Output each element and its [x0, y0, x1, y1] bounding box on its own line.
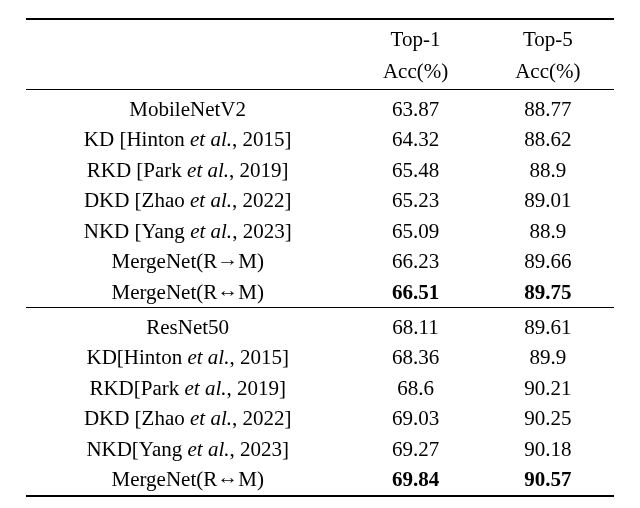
header-method-blank	[26, 19, 349, 56]
year-text: , 2015]	[232, 127, 292, 151]
header-row-1: Top-1 Top-5	[26, 19, 614, 56]
top5-cell: 90.25	[482, 403, 614, 433]
method-text: KD[Hinton	[86, 345, 187, 369]
method-cell: ResNet50	[26, 307, 349, 342]
top1-cell: 65.23	[349, 185, 481, 215]
top5-cell: 90.21	[482, 373, 614, 403]
top5-cell: 89.66	[482, 246, 614, 276]
table-row: DKD [Zhao et al., 2022] 69.03 90.25	[26, 403, 614, 433]
etal-text: et al.	[190, 188, 232, 212]
table-row: KD[Hinton et al., 2015] 68.36 89.9	[26, 342, 614, 372]
method-cell: MobileNetV2	[26, 89, 349, 124]
method-cell: DKD [Zhao et al., 2022]	[26, 185, 349, 215]
top1-cell: 69.27	[349, 434, 481, 464]
method-text: RKD [Park	[87, 158, 187, 182]
header-top1-l2: Acc(%)	[349, 56, 481, 89]
top1-cell: 68.11	[349, 307, 481, 342]
top5-cell: 88.9	[482, 155, 614, 185]
results-table: Top-1 Top-5 Acc(%) Acc(%) MobileNetV2 63…	[26, 18, 614, 497]
table-row: NKD[Yang et al., 2023] 69.27 90.18	[26, 434, 614, 464]
header-top5-l2: Acc(%)	[482, 56, 614, 89]
top5-cell: 89.01	[482, 185, 614, 215]
top5-cell: 88.77	[482, 89, 614, 124]
method-text: NKD [Yang	[84, 219, 190, 243]
table-row: MergeNet(R↔M) 69.84 90.57	[26, 464, 614, 495]
top1-cell: 68.36	[349, 342, 481, 372]
table-row: MergeNet(R→M) 66.23 89.66	[26, 246, 614, 276]
top5-cell: 89.75	[482, 277, 614, 308]
table-row: MergeNet(R↔M) 66.51 89.75	[26, 277, 614, 308]
method-cell: KD[Hinton et al., 2015]	[26, 342, 349, 372]
method-cell: RKD [Park et al., 2019]	[26, 155, 349, 185]
table-row: NKD [Yang et al., 2023] 65.09 88.9	[26, 216, 614, 246]
etal-text: et al.	[190, 406, 232, 430]
top1-cell: 65.09	[349, 216, 481, 246]
method-text: MobileNetV2	[129, 97, 246, 121]
method-text: ResNet50	[146, 315, 229, 339]
year-text: , 2022]	[232, 188, 292, 212]
table-row: RKD[Park et al., 2019] 68.6 90.21	[26, 373, 614, 403]
top5-cell: 90.57	[482, 464, 614, 495]
top5-cell: 89.9	[482, 342, 614, 372]
year-text: , 2019]	[226, 376, 286, 400]
table-row: RKD [Park et al., 2019] 65.48 88.9	[26, 155, 614, 185]
top1-cell: 65.48	[349, 155, 481, 185]
top5-cell: 89.61	[482, 307, 614, 342]
method-text: DKD [Zhao	[84, 188, 190, 212]
top5-cell: 88.62	[482, 124, 614, 154]
method-text: MergeNet(R↔M)	[111, 280, 263, 304]
top1-cell: 64.32	[349, 124, 481, 154]
top1-cell: 63.87	[349, 89, 481, 124]
method-cell: MergeNet(R→M)	[26, 246, 349, 276]
top1-cell: 66.23	[349, 246, 481, 276]
table-row: ResNet50 68.11 89.61	[26, 307, 614, 342]
etal-text: et al.	[190, 219, 232, 243]
method-cell: NKD [Yang et al., 2023]	[26, 216, 349, 246]
top5-cell: 90.18	[482, 434, 614, 464]
header-method-blank2	[26, 56, 349, 89]
method-cell: KD [Hinton et al., 2015]	[26, 124, 349, 154]
method-text: MergeNet(R↔M)	[111, 467, 263, 491]
top1-cell: 68.6	[349, 373, 481, 403]
etal-text: et al.	[187, 158, 229, 182]
method-text: DKD [Zhao	[84, 406, 190, 430]
table-row: DKD [Zhao et al., 2022] 65.23 89.01	[26, 185, 614, 215]
top1-cell: 66.51	[349, 277, 481, 308]
etal-text: et al.	[190, 127, 232, 151]
method-text: MergeNet(R→M)	[111, 249, 263, 273]
results-table-container: Top-1 Top-5 Acc(%) Acc(%) MobileNetV2 63…	[0, 0, 640, 497]
method-cell: MergeNet(R↔M)	[26, 464, 349, 495]
method-cell: RKD[Park et al., 2019]	[26, 373, 349, 403]
method-text: NKD[Yang	[86, 437, 187, 461]
method-text: RKD[Park	[89, 376, 184, 400]
top1-cell: 69.03	[349, 403, 481, 433]
header-top1-l1: Top-1	[349, 19, 481, 56]
year-text: , 2015]	[229, 345, 289, 369]
table-row: MobileNetV2 63.87 88.77	[26, 89, 614, 124]
header-row-2: Acc(%) Acc(%)	[26, 56, 614, 89]
method-text: KD [Hinton	[84, 127, 190, 151]
year-text: , 2019]	[229, 158, 289, 182]
etal-text: et al.	[188, 437, 230, 461]
etal-text: et al.	[187, 345, 229, 369]
method-cell: NKD[Yang et al., 2023]	[26, 434, 349, 464]
etal-text: et al.	[184, 376, 226, 400]
header-top5-l1: Top-5	[482, 19, 614, 56]
table-row: KD [Hinton et al., 2015] 64.32 88.62	[26, 124, 614, 154]
top5-cell: 88.9	[482, 216, 614, 246]
year-text: , 2023]	[230, 437, 290, 461]
year-text: , 2023]	[232, 219, 292, 243]
top1-cell: 69.84	[349, 464, 481, 495]
method-cell: DKD [Zhao et al., 2022]	[26, 403, 349, 433]
year-text: , 2022]	[232, 406, 292, 430]
method-cell: MergeNet(R↔M)	[26, 277, 349, 308]
